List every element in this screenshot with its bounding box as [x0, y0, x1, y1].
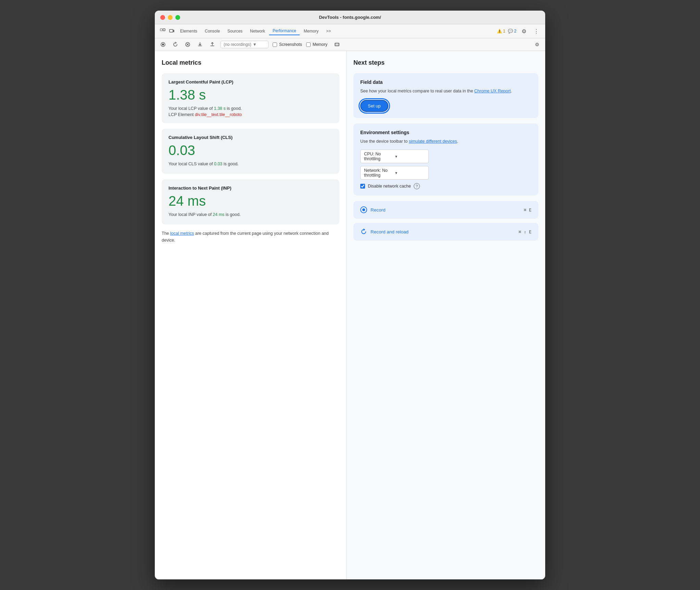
env-settings-desc: Use the device toolbar to simulate diffe… — [360, 138, 532, 145]
record-reload-icon — [360, 228, 367, 235]
screenshots-label: Screenshots — [279, 42, 302, 47]
lcp-desc-value: 1.38 s — [214, 106, 226, 111]
tab-console[interactable]: Console — [201, 27, 223, 35]
network-throttling-dropdown[interactable]: Network: No throttling ▼ — [360, 166, 429, 180]
svg-rect-0 — [160, 29, 162, 31]
tab-performance[interactable]: Performance — [269, 27, 300, 35]
cpu-throttling-dropdown[interactable]: CPU: No throttling ▼ — [360, 150, 429, 163]
lcp-element-link[interactable]: div.tile__text.tile__roboto — [195, 112, 242, 117]
cpu-throttling-value: CPU: No throttling — [364, 152, 395, 161]
lcp-desc-prefix: Your local LCP value of — [168, 106, 214, 111]
warning-badge[interactable]: ⚠️ 1 — [497, 29, 505, 34]
settings-button[interactable]: ⚙ — [519, 26, 529, 36]
lcp-title: Largest Contentful Paint (LCP) — [168, 79, 333, 85]
field-data-desc-suffix: . — [511, 89, 512, 93]
memory-checkbox[interactable] — [306, 42, 311, 47]
dropdown-arrow-icon: ▼ — [253, 42, 257, 47]
field-data-title: Field data — [360, 79, 532, 85]
network-throttling-value: Network: No throttling — [364, 168, 395, 178]
device-toolbar-icon[interactable] — [168, 27, 175, 35]
title-bar: DevTools - fonts.google.com/ — [155, 11, 545, 24]
simulate-devices-link[interactable]: simulate different devices — [409, 139, 457, 144]
record-reload-shortcut: ⌘ ⇧ E — [518, 229, 532, 234]
record-label: Record — [371, 207, 386, 213]
load-profile-button[interactable] — [196, 40, 204, 49]
env-desc-suffix: . — [457, 139, 458, 144]
recordings-value: (no recordings) — [224, 42, 251, 47]
main-toolbar: Elements Console Sources Network Perform… — [155, 24, 545, 38]
tab-more[interactable]: >> — [323, 27, 334, 35]
cls-card: Cumulative Layout Shift (CLS) 0.03 Your … — [162, 129, 339, 174]
cache-checkbox-row: Disable network cache ? — [360, 183, 532, 189]
inp-title: Interaction to Next Paint (INP) — [168, 185, 333, 191]
screenshots-checkbox[interactable] — [273, 42, 277, 47]
perf-toolbar: (no recordings) ▼ Screenshots Memory ⚙ — [155, 38, 545, 51]
element-selector-icon[interactable] — [159, 27, 166, 35]
record-reload-card[interactable]: Record and reload ⌘ ⇧ E — [353, 223, 538, 241]
setup-button[interactable]: Set up — [360, 100, 388, 112]
inp-desc-suffix: is good. — [224, 212, 240, 217]
inp-desc: Your local INP value of 24 ms is good. — [168, 212, 333, 217]
record-card[interactable]: Record ⌘ E — [353, 201, 538, 219]
footer-text: The local metrics are captured from the … — [162, 230, 339, 244]
record-reload-action-left: Record and reload — [360, 228, 409, 235]
inp-card: Interaction to Next Paint (INP) 24 ms Yo… — [162, 179, 339, 225]
cls-desc-value: 0.03 — [214, 162, 222, 166]
perf-settings-button[interactable]: ⚙ — [533, 40, 541, 49]
env-settings-card: Environment settings Use the device tool… — [353, 124, 538, 195]
lcp-card: Largest Contentful Paint (LCP) 1.38 s Yo… — [162, 73, 339, 123]
devtools-window: DevTools - fonts.google.com/ Elements Co… — [155, 11, 545, 579]
local-metrics-link[interactable]: local metrics — [170, 231, 194, 236]
clear-button[interactable] — [184, 40, 192, 49]
left-panel: Local metrics Largest Contentful Paint (… — [155, 51, 347, 579]
minimize-button[interactable] — [168, 15, 173, 20]
cls-value: 0.03 — [168, 143, 333, 158]
traffic-lights — [160, 15, 180, 20]
lcp-element-label: LCP Element — [168, 112, 193, 117]
reload-record-button[interactable] — [171, 40, 179, 49]
record-icon-inner — [362, 208, 365, 211]
cls-desc-prefix: Your local CLS value of — [168, 162, 214, 166]
window-title: DevTools - fonts.google.com/ — [319, 15, 381, 20]
comment-icon: 💬 — [508, 29, 513, 34]
lcp-desc: Your local LCP value of 1.38 s is good. — [168, 106, 333, 111]
nav-tabs: Elements Console Sources Network Perform… — [177, 27, 496, 35]
capture-settings-icon[interactable] — [333, 40, 341, 49]
tab-sources[interactable]: Sources — [224, 27, 246, 35]
svg-rect-9 — [335, 43, 339, 46]
cls-desc-suffix: is good. — [222, 162, 238, 166]
save-profile-button[interactable] — [208, 40, 216, 49]
info-badge[interactable]: 💬 2 — [508, 29, 516, 34]
field-data-card: Field data See how your local metrics co… — [353, 73, 538, 118]
inp-value: 24 ms — [168, 193, 333, 209]
lcp-element: LCP Element div.tile__text.tile__roboto — [168, 112, 333, 117]
main-content: Local metrics Largest Contentful Paint (… — [155, 51, 545, 579]
field-data-desc-prefix: See how your local metrics compare to re… — [360, 89, 474, 93]
tab-memory[interactable]: Memory — [300, 27, 322, 35]
tab-network[interactable]: Network — [247, 27, 268, 35]
cls-title: Cumulative Layout Shift (CLS) — [168, 135, 333, 140]
screenshots-checkbox-label[interactable]: Screenshots — [273, 42, 302, 47]
memory-checkbox-label[interactable]: Memory — [306, 42, 327, 47]
env-desc-prefix: Use the device toolbar to — [360, 139, 409, 144]
chrome-ux-link[interactable]: Chrome UX Report — [474, 89, 511, 93]
svg-rect-1 — [163, 29, 165, 31]
warning-icon: ⚠️ — [497, 29, 502, 34]
close-button[interactable] — [160, 15, 165, 20]
next-steps-title: Next steps — [353, 59, 538, 66]
disable-cache-checkbox[interactable] — [360, 184, 365, 189]
tab-elements[interactable]: Elements — [177, 27, 201, 35]
more-options-button[interactable]: ⋮ — [532, 26, 541, 36]
memory-label: Memory — [313, 42, 327, 47]
info-count: 2 — [514, 29, 516, 34]
maximize-button[interactable] — [175, 15, 180, 20]
cache-help-icon[interactable]: ? — [414, 183, 420, 189]
warning-count: 1 — [503, 29, 505, 34]
recordings-dropdown[interactable]: (no recordings) ▼ — [221, 41, 268, 48]
field-data-desc: See how your local metrics compare to re… — [360, 88, 532, 94]
inp-desc-value: 24 ms — [213, 212, 224, 217]
perf-toolbar-right: ⚙ — [533, 40, 541, 49]
record-button[interactable] — [159, 40, 167, 49]
cls-desc: Your local CLS value of 0.03 is good. — [168, 162, 333, 166]
inp-desc-prefix: Your local INP value of — [168, 212, 213, 217]
